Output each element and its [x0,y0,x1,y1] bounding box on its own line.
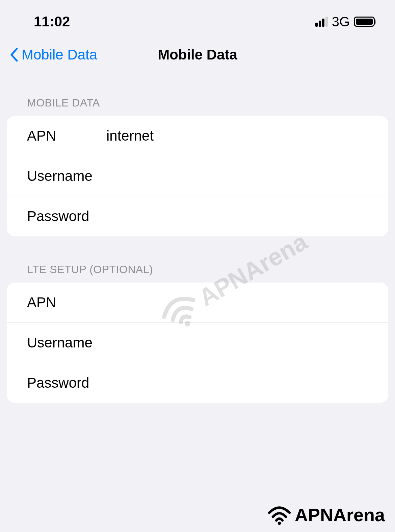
input-password[interactable] [106,208,388,224]
status-time: 11:02 [34,14,70,30]
row-lte-apn[interactable]: APN [7,283,388,323]
status-bar: 11:02 3G [0,0,395,37]
content: MOBILE DATA APN Username Password LTE SE… [0,76,395,403]
row-label-lte-username: Username [27,335,106,351]
nav-title: Mobile Data [158,47,237,63]
input-lte-username[interactable] [106,335,388,351]
watermark-bottom: APNArena [267,504,385,525]
wifi-icon [267,505,292,525]
svg-point-1 [278,522,281,525]
row-label-lte-password: Password [27,375,106,391]
input-username[interactable] [106,168,388,184]
section-header-mobile-data: MOBILE DATA [7,97,388,116]
row-lte-username[interactable]: Username [7,323,388,363]
nav-bar: Mobile Data Mobile Data [0,37,395,76]
watermark-text: APNArena [295,504,385,525]
row-label-username: Username [27,168,106,184]
input-apn[interactable] [106,128,388,144]
row-username[interactable]: Username [7,156,388,196]
row-label-password: Password [27,208,106,224]
section-header-lte: LTE SETUP (OPTIONAL) [7,263,388,283]
row-lte-password[interactable]: Password [7,363,388,403]
back-label: Mobile Data [22,47,97,63]
back-button[interactable]: Mobile Data [10,47,97,63]
section-group-mobile-data: APN Username Password [7,116,388,236]
row-password[interactable]: Password [7,196,388,236]
chevron-left-icon [10,48,18,62]
input-lte-password[interactable] [106,375,388,391]
row-label-apn: APN [27,128,106,144]
row-apn[interactable]: APN [7,116,388,156]
status-right: 3G [315,14,375,29]
input-lte-apn[interactable] [106,294,388,311]
network-type: 3G [332,14,350,29]
section-group-lte: APN Username Password [7,283,388,403]
signal-icon [315,17,328,27]
battery-icon [354,17,375,27]
row-label-lte-apn: APN [27,294,106,311]
